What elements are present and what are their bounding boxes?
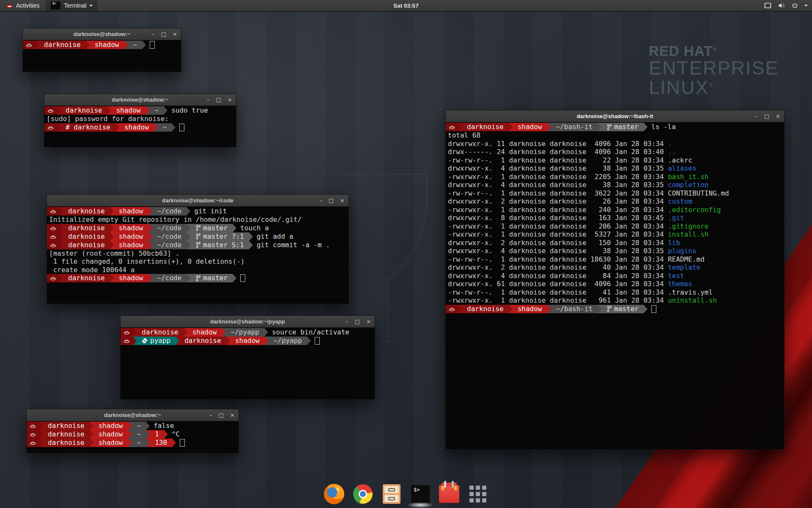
powerline-arrow-icon xyxy=(187,232,190,241)
terminal-cursor xyxy=(315,337,320,345)
powerline-arrow-icon xyxy=(133,328,137,337)
prompt-segment--pyapp: ~/pyapp xyxy=(226,328,264,337)
prompt-segment--code: ~/code xyxy=(152,224,187,232)
powerline-arrow-icon xyxy=(124,41,128,49)
prompt-segment xyxy=(27,422,39,430)
running-indicator xyxy=(407,502,434,508)
maximize-button[interactable]: □ xyxy=(764,113,769,119)
powerline-arrow-icon xyxy=(598,305,601,313)
git-branch-icon xyxy=(606,306,612,312)
powerline-arrow-icon xyxy=(128,430,132,439)
window-titlebar[interactable]: darknoise@shadow:~/code–□× xyxy=(47,195,348,207)
command-text: ^C xyxy=(168,430,180,439)
maximize-button[interactable]: □ xyxy=(329,198,334,203)
powerline-arrow-icon xyxy=(148,232,152,241)
window-titlebar[interactable]: darknoise@shadow:~/bash-it–□× xyxy=(446,110,784,122)
close-button[interactable]: × xyxy=(228,97,232,102)
close-button[interactable]: × xyxy=(366,319,371,324)
prompt-segment-darknoise: darknoise xyxy=(43,439,90,447)
redhat-icon xyxy=(30,440,36,445)
maximize-button[interactable]: □ xyxy=(219,412,224,418)
close-button[interactable]: × xyxy=(340,198,345,203)
ls-filename: README.md xyxy=(668,255,705,263)
window-title: darknoise@shadow:~ xyxy=(104,412,161,418)
close-button[interactable]: × xyxy=(230,412,235,418)
prompt-row: darknoiseshadow~sudo true xyxy=(44,106,236,115)
powerline-arrow-icon xyxy=(39,422,43,430)
status-area xyxy=(764,3,808,9)
rhel-logo-enterprise: ENTERPRISE xyxy=(649,58,779,78)
powerline-arrow-icon xyxy=(249,232,253,241)
close-button[interactable]: × xyxy=(776,113,780,119)
powerline-arrow-icon xyxy=(222,328,226,337)
minimize-button[interactable]: – xyxy=(209,412,212,418)
minimize-button[interactable]: – xyxy=(346,319,348,324)
window-titlebar[interactable]: darknoise@shadow:~–□× xyxy=(27,409,239,421)
firefox-icon xyxy=(324,484,344,504)
minimize-button[interactable]: – xyxy=(207,97,210,102)
prompt-segment-shadow: shadow xyxy=(187,328,222,337)
volume-icon[interactable] xyxy=(778,3,785,8)
prompt-segment--: ~ xyxy=(132,422,146,430)
activities-button[interactable]: Activities xyxy=(0,0,45,11)
dock-item-app-grid[interactable] xyxy=(467,483,488,505)
powerline-arrow-icon xyxy=(148,224,152,232)
command-text: git init xyxy=(190,207,227,215)
powerline-arrow-icon xyxy=(264,328,268,337)
prompt-segment xyxy=(121,337,133,345)
maximize-button[interactable]: □ xyxy=(216,97,221,102)
prompt-segment-darknoise: darknoise xyxy=(63,232,110,241)
dock-item-terminal[interactable]: $> xyxy=(410,483,431,505)
dock: $> xyxy=(324,483,488,505)
prompt-row: darknoiseshadow~1^C xyxy=(27,430,239,439)
powerline-arrow-icon xyxy=(509,305,513,313)
dock-item-firefox[interactable] xyxy=(324,483,345,505)
terminal-body[interactable]: darknoiseshadow~/bash-itmasterls -latota… xyxy=(446,122,784,313)
ls-row: -rwxrwxr-x. 1 darknoise darknoise 206 Ja… xyxy=(446,222,784,231)
prompt-segment xyxy=(47,224,59,232)
ls-row: drwxrwxr-x. 4 darknoise darknoise 38 Jan… xyxy=(446,247,784,255)
app-menu-terminal[interactable]: $> Terminal xyxy=(45,0,98,11)
powerline-arrow-icon xyxy=(57,106,60,115)
window-titlebar[interactable]: darknoise@shadow:~/pyapp–□× xyxy=(121,316,375,328)
powerline-arrow-icon xyxy=(458,305,462,313)
powerline-arrow-icon xyxy=(187,224,190,232)
dock-item-files[interactable] xyxy=(381,483,402,505)
ls-row: -rw-rw-r--. 1 darknoise darknoise 22 Jan… xyxy=(446,156,784,165)
maximize-button[interactable]: □ xyxy=(161,31,166,37)
window-titlebar[interactable]: darknoise@shadow:~–□× xyxy=(44,94,236,106)
redhat-icon xyxy=(50,243,56,248)
terminal-body[interactable]: darknoiseshadow~/pyappsource bin/activat… xyxy=(121,328,375,345)
window-titlebar[interactable]: darknoise@shadow:~–□× xyxy=(23,28,181,40)
screen-icon[interactable] xyxy=(764,3,771,8)
power-icon[interactable] xyxy=(792,3,798,9)
powerline-arrow-icon xyxy=(233,224,236,232)
minimize-button[interactable]: – xyxy=(152,31,155,37)
window-title: darknoise@shadow:~ xyxy=(74,31,130,37)
powerline-arrow-icon xyxy=(458,123,462,131)
chrome-icon xyxy=(353,484,373,504)
powerline-arrow-icon xyxy=(142,41,146,49)
ls-row: drwxrwxr-x. 61 darknoise darknoise 4096 … xyxy=(446,280,784,288)
dock-item-chrome[interactable] xyxy=(352,483,373,505)
terminal-body[interactable]: darknoiseshadow~falsedarknoiseshadow~1^C… xyxy=(27,421,239,447)
command-text: git add a xyxy=(253,232,294,241)
chevron-down-icon[interactable] xyxy=(804,5,808,7)
dock-item-toolbox[interactable] xyxy=(439,483,460,505)
powerline-arrow-icon xyxy=(187,207,190,215)
prompt-segment-darknoise: darknoise xyxy=(462,305,509,313)
terminal-body[interactable]: darknoiseshadow~ xyxy=(23,40,181,49)
maximize-button[interactable]: □ xyxy=(355,319,360,324)
minimize-button[interactable]: – xyxy=(755,113,758,119)
ls-filename: lib xyxy=(668,239,680,247)
close-button[interactable]: × xyxy=(173,31,177,37)
terminal-body[interactable]: darknoiseshadow~/codegit initInitialized… xyxy=(47,207,348,282)
clock-button[interactable]: Sat 03:57 xyxy=(393,3,418,9)
prompt-segment xyxy=(47,232,59,241)
output-line: [sudo] password for darknoise: xyxy=(44,115,236,123)
powerline-arrow-icon xyxy=(644,305,647,313)
ls-row: drwxrwxr-x. 11 darknoise darknoise 4096 … xyxy=(446,140,784,148)
minimize-button[interactable]: – xyxy=(319,198,322,203)
terminal-body[interactable]: darknoiseshadow~sudo true[sudo] password… xyxy=(44,106,236,132)
prompt-row: darknoiseshadow~false xyxy=(27,422,239,430)
